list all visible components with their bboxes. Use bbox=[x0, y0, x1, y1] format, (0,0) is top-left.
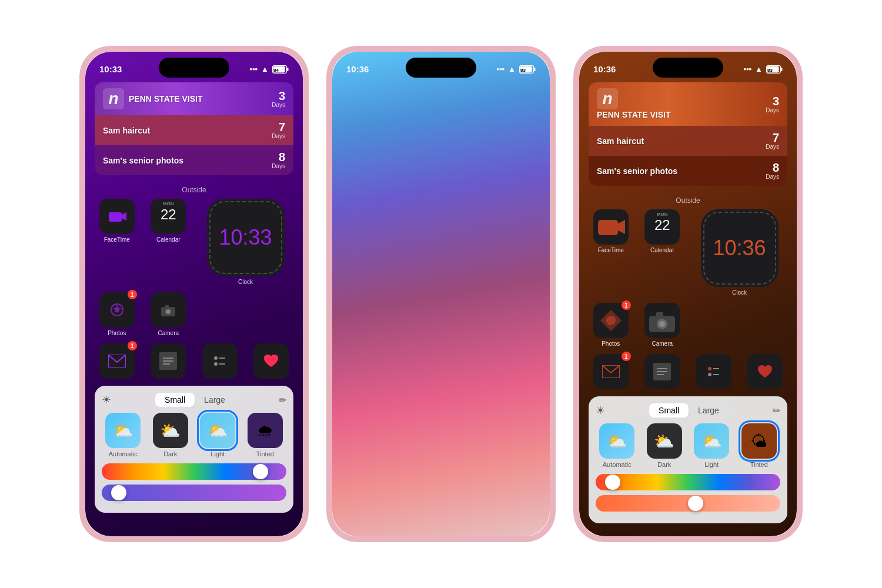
eyedropper-icon-1[interactable]: ✏ bbox=[279, 395, 286, 406]
theme-tinted-3[interactable]: 🌤 Tinted bbox=[738, 423, 781, 468]
notes-icon-1 bbox=[151, 343, 186, 379]
dock-mail-3[interactable]: 1 bbox=[589, 354, 633, 389]
dock-health-3[interactable] bbox=[743, 354, 788, 389]
clock-ring-1 bbox=[209, 201, 282, 274]
mail-icon-1: 1 bbox=[99, 343, 135, 379]
size-small-1[interactable]: Small bbox=[155, 393, 195, 407]
app-calendar-3[interactable]: MON 22 Calendar bbox=[640, 209, 685, 296]
clock-icon-3: 10:36 bbox=[701, 209, 779, 287]
theme-grid-1: ⛅ Automatic ⛅ Dark ⛅ Light 🌧 Tinted bbox=[102, 413, 286, 457]
app-photos-3[interactable]: 1 Photos bbox=[589, 303, 633, 347]
theme-light-1[interactable]: ⛅ Light bbox=[196, 413, 239, 457]
photos-label-3: Photos bbox=[602, 340, 620, 347]
color-slider-3[interactable] bbox=[596, 474, 780, 490]
eyedropper-icon-3[interactable]: ✏ bbox=[773, 405, 780, 416]
photos-badge-1: 1 bbox=[128, 290, 137, 299]
dock-reminders-1[interactable] bbox=[198, 343, 242, 379]
dock-mail-1[interactable]: 1 bbox=[95, 343, 139, 379]
countdown-widget-3: n PENN STATE VISIT 3 Days Sam haircut 7 … bbox=[589, 82, 787, 186]
app-camera-3[interactable]: Camera bbox=[640, 303, 685, 347]
shade-slider-1[interactable] bbox=[102, 485, 286, 501]
widget-row-sam-3: Sam haircut 7 Days bbox=[589, 126, 787, 156]
app-facetime-3[interactable]: FaceTime bbox=[589, 209, 633, 296]
shade-thumb-1[interactable] bbox=[111, 485, 126, 500]
photos-days-3: 8 Days bbox=[766, 162, 779, 180]
svg-text:83: 83 bbox=[520, 68, 526, 73]
theme-dark-1[interactable]: ⛅ Dark bbox=[149, 413, 192, 457]
theme-tinted-label-3: Tinted bbox=[750, 461, 768, 468]
penn-days-3: 3 Days bbox=[766, 95, 779, 113]
photos-label-1: Photos bbox=[108, 330, 126, 336]
color-thumb-1[interactable] bbox=[253, 464, 268, 479]
widget-row-photos-3: Sam's senior photos 8 Days bbox=[589, 156, 787, 186]
countdown-widget-1: n PENN STATE VISIT 3 Days Sam haircut 7 bbox=[95, 82, 293, 175]
photos-icon-3: 1 bbox=[593, 303, 629, 338]
app-facetime-1[interactable]: FaceTime bbox=[95, 199, 139, 285]
signal-icon-3: ▪▪▪ bbox=[743, 65, 751, 74]
panel-3: ☀ Small Large ✏ ⛅ Automatic ⛅ Dark bbox=[589, 396, 787, 523]
app-clock-1[interactable]: 10:33 Clock bbox=[198, 199, 293, 285]
color-thumb-3[interactable] bbox=[605, 475, 620, 490]
phone-screen-3: 10:36 ▪▪▪ ▲ 83 bbox=[579, 52, 797, 536]
slider-row-3 bbox=[596, 474, 780, 512]
wifi-icon-1: ▲ bbox=[261, 65, 269, 74]
theme-light-icon-1: ⛅ bbox=[200, 413, 235, 448]
calendar-icon-1: MON 22 bbox=[151, 199, 186, 234]
photos-title-3: Sam's senior photos bbox=[597, 166, 677, 176]
size-large-1[interactable]: Large bbox=[195, 393, 235, 407]
widget-row-penn-3: n PENN STATE VISIT 3 Days bbox=[589, 82, 787, 126]
theme-dark-3[interactable]: ⛅ Dark bbox=[643, 423, 686, 468]
theme-tinted-1[interactable]: 🌧 Tinted bbox=[244, 413, 287, 457]
sam-title-1: Sam haircut bbox=[103, 126, 150, 135]
theme-auto-1[interactable]: ⛅ Automatic bbox=[102, 413, 145, 457]
photos-badge-3: 1 bbox=[622, 300, 631, 310]
size-large-3[interactable]: Large bbox=[689, 403, 729, 417]
wifi-icon-2: ▲ bbox=[508, 65, 516, 74]
theme-dark-icon-1: ⛅ bbox=[153, 413, 188, 448]
phone-screen-2: 10:36 ▪▪▪ ▲ 83 bbox=[332, 52, 550, 536]
battery-icon-3: 83 bbox=[766, 64, 783, 74]
svg-point-20 bbox=[214, 356, 218, 360]
dynamic-island-1 bbox=[159, 58, 229, 78]
size-toggle-1[interactable]: Small Large bbox=[155, 393, 235, 407]
app-photos-1[interactable]: 1 Photos bbox=[95, 292, 139, 336]
svg-rect-5 bbox=[109, 212, 122, 222]
app-calendar-1[interactable]: MON 22 Calendar bbox=[146, 199, 191, 285]
widget-row-photos-1: Sam's senior photos 8 Days bbox=[95, 145, 293, 175]
theme-light-3[interactable]: ⛅ Light bbox=[690, 423, 733, 468]
sam-title-3: Sam haircut bbox=[597, 136, 644, 146]
shade-thumb-3[interactable] bbox=[688, 496, 703, 511]
dock-notes-1[interactable] bbox=[146, 343, 191, 379]
clock-label-1: Clock bbox=[238, 279, 253, 285]
theme-tinted-icon-3: 🌤 bbox=[741, 423, 777, 459]
svg-point-36 bbox=[606, 316, 616, 325]
svg-rect-1 bbox=[287, 68, 289, 71]
camera-icon-1 bbox=[151, 292, 186, 328]
shade-slider-3[interactable] bbox=[596, 495, 780, 512]
dynamic-island-3 bbox=[653, 58, 723, 78]
color-slider-1[interactable] bbox=[102, 463, 286, 480]
dock-health-1[interactable] bbox=[249, 343, 294, 379]
size-small-3[interactable]: Small bbox=[649, 403, 689, 417]
dock-1: 1 bbox=[85, 341, 303, 381]
calendar-icon-3: MON 22 bbox=[644, 209, 680, 245]
widget-area-3: n PENN STATE VISIT 3 Days Sam haircut 7 … bbox=[579, 78, 797, 193]
status-time-1: 10:33 bbox=[99, 64, 122, 74]
app-grid-3: FaceTime MON 22 Calendar 10:36 Clock bbox=[579, 207, 797, 349]
app-clock-3[interactable]: 10:36 Clock bbox=[691, 209, 787, 296]
theme-grid-3: ⛅ Automatic ⛅ Dark ⛅ Light 🌤 Tinted bbox=[596, 423, 780, 468]
status-time-3: 10:36 bbox=[593, 64, 616, 74]
svg-rect-33 bbox=[598, 220, 618, 235]
svg-rect-25 bbox=[534, 68, 536, 71]
svg-point-13 bbox=[166, 310, 170, 313]
svg-text:83: 83 bbox=[767, 68, 773, 73]
clock-label-3: Clock bbox=[732, 289, 747, 296]
theme-auto-3[interactable]: ⛅ Automatic bbox=[596, 423, 639, 468]
panel-1: ☀ Small Large ✏ ⛅ Automatic ⛅ Dark bbox=[95, 386, 293, 513]
size-toggle-3[interactable]: Small Large bbox=[649, 403, 729, 417]
dock-notes-3[interactable] bbox=[640, 354, 685, 389]
calendar-label-1: Calendar bbox=[156, 236, 181, 243]
brightness-icon-1: ☀ bbox=[102, 393, 111, 406]
dock-reminders-3[interactable] bbox=[691, 354, 736, 389]
app-camera-1[interactable]: Camera bbox=[146, 292, 191, 336]
